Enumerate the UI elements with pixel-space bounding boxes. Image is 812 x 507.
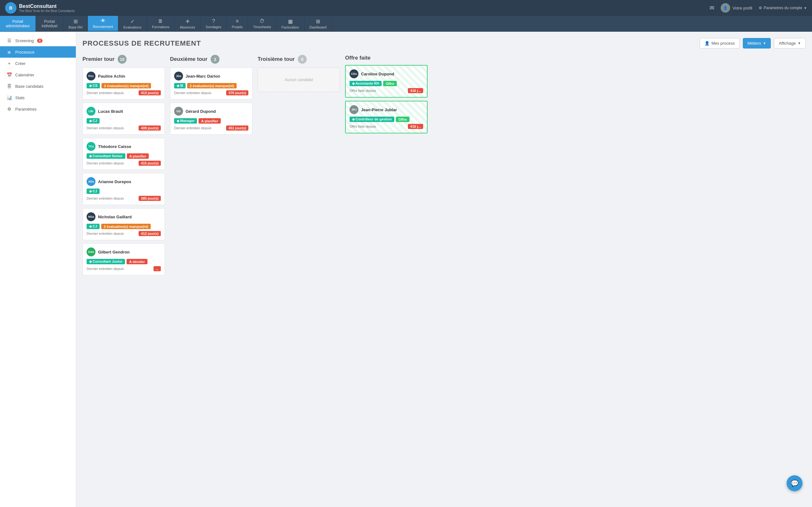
tab-portail-administrateur[interactable]: Portailadministrateur [0,16,36,32]
candidate-card-theodore-caisse[interactable]: TCaThéodore Caisse◈ Consultant SeniorA p… [83,138,165,170]
candidate-card-lucas-brault[interactable]: LBrLucas Brault◈ CJDernier entretien dep… [83,103,165,135]
tag: ◈ M [174,83,186,89]
screening-icon: ☰ [6,38,12,43]
nav-sondages[interactable]: ? Sondages [200,16,227,32]
card-header: JDaJean-Marc Darlon [174,72,248,80]
days-badge: 413 jour(s) [139,90,161,95]
avatar: LBr [87,107,96,116]
tag: Offre [383,81,397,86]
candidate-card-caroline-dupond[interactable]: CDuCaroline Dupond◈ Assistante RHOffreOf… [345,65,427,98]
profile-area[interactable]: 👤 Votre profil [721,3,752,13]
main-nav: ⊞ Base RH 👁 Recrutement ✓ Evaluations 🗎 … [63,16,812,32]
eye-icon: 👁 [101,18,106,24]
footer-text: Dernier entretien depuis [87,161,124,165]
column-header-premier-tour: Premier tour10 [83,55,165,64]
column-title: Troisième tour [258,56,295,62]
database-icon: 🗄 [6,83,12,89]
card-header: LBrLucas Brault [87,107,161,116]
column-header-offre-faite: Offre faite [345,55,427,61]
candidate-name: Pauline Achin [98,74,125,78]
count-badge: 0 [298,55,307,64]
affichage-button[interactable]: Affichage ▼ [774,38,806,49]
card-footer: Dernier entretien depuis... [87,266,161,271]
card-header: GDGérard Dupond [174,107,248,116]
card-tags: ◈ Contrôleur de gestionOffre [350,117,423,122]
sidebar-item-stats[interactable]: 📊 Stats [0,92,76,103]
avatar: CDu [350,69,358,78]
card-header: TCaThéodore Caisse [87,142,161,151]
tag: ◈ CS [87,83,100,89]
days-badge: 451 jour(s) [226,125,248,130]
candidate-name: Théodore Caisse [98,144,131,149]
card-footer: Dernier entretien depuis451 jour(s) [174,125,248,130]
nav-evaluations[interactable]: ✓ Evaluations [118,16,147,32]
sidebar-item-screening[interactable]: ☰ Screening 4 [0,35,76,46]
card-tags: ◈ CS2 évaluation(s) manque(nt) [87,83,161,89]
footer-text: Dernier entretien depuis [87,91,124,95]
nav-dashboard[interactable]: ⊞ Dashboard [305,16,332,32]
grid-icon: ⊞ [73,18,78,24]
header-actions: 👤 Mes process Métiers ▼ Affichage ▼ [700,38,806,49]
tag: A planifier [127,153,149,159]
sidebar-item-base-candidats[interactable]: 🗄 Base candidats [0,80,76,92]
candidate-card-gerard-dupond[interactable]: GDGérard Dupond◈ ManagerA planifierDerni… [170,103,252,135]
candidate-card-jean-marc-darlon[interactable]: JDaJean-Marc Darlon◈ M2 évaluation(s) ma… [170,67,252,100]
candidate-name: Gérard Dupond [186,109,216,114]
days-badge: ... [154,266,161,271]
chevron-down-icon: ▼ [763,42,766,45]
settings-label: Parametres du compte [764,6,802,10]
candidate-card-pauline-achin[interactable]: PAcPauline Achin◈ CS2 évaluation(s) manq… [83,67,165,100]
card-tags: ◈ Consultant JuniorA décider [87,259,161,264]
plane-icon: ✈ [186,18,190,24]
sidebar-item-calendrier[interactable]: 📅 Calendrier [0,69,76,80]
tag: ◈ Contrôleur de gestion [350,117,394,122]
card-footer: Dernier entretien depuis409 jour(s) [87,125,161,130]
column-premier-tour: Premier tour10PAcPauline Achin◈ CS2 éval… [83,55,165,279]
nav-base-rh[interactable]: ⊞ Base RH [63,16,88,32]
mes-process-button[interactable]: 👤 Mes process [700,38,740,49]
tag: ◈ CJ [87,188,100,194]
nav-projets[interactable]: ≡ Projets [227,16,248,32]
footer-text: Offre faite depuis [350,89,376,93]
nav-timesheets[interactable]: ⏱ Timesheets [248,16,276,32]
candidate-name: Nicholas Gaillard [98,215,132,219]
card-tags: ◈ CJ2 évaluation(s) manque(nt) [87,224,161,229]
avatar: TCa [87,142,96,151]
tag: ◈ CJ [87,224,100,229]
candidate-name: Jean-Marc Darlon [186,74,220,78]
tag: ◈ CJ [87,118,100,124]
chat-button[interactable]: 💬 [786,475,803,491]
candidate-card-jean-pierre-jublar[interactable]: JPJJean-Pierre Jublar◈ Contrôleur de ges… [345,101,427,133]
settings-area[interactable]: ⚙ Parametres du compte ▼ [759,6,807,10]
card-footer: Dernier entretien depuis415 jour(s) [87,161,161,166]
candidate-card-gilbert-gendron[interactable]: GGeGilbert Gendron◈ Consultant JuniorA d… [83,243,165,275]
candidate-card-nicholas-gaillard[interactable]: NGaNicholas Gaillard◈ CJ2 évaluation(s) … [83,208,165,240]
mail-icon[interactable]: ✉ [710,4,714,11]
card-footer: Dernier entretien depuis413 jour(s) [87,90,161,95]
person-icon: 👤 [705,41,710,46]
logo-text: BestConsultant The Best Tools for the Be… [19,3,74,13]
nav-absences[interactable]: ✈ Absences [175,16,200,32]
clock-icon: ⏱ [259,18,264,24]
tag: 2 évaluation(s) manque(nt) [101,83,151,89]
footer-text: Dernier entretien depuis [87,196,124,200]
gear-icon: ⚙ [759,6,762,10]
sidebar-item-parametres[interactable]: ⚙ Paramètres [0,103,76,115]
card-tags: ◈ Assistante RHOffre [350,81,423,86]
tag: ◈ Consultant Junior [87,259,125,264]
footer-text: Dernier entretien depuis [87,232,124,235]
candidate-card-arianne-durepos[interactable]: ADuArianne Durepos◈ CJDernier entretien … [83,173,165,205]
card-tags: ◈ ManagerA planifier [174,118,248,124]
footer-text: Dernier entretien depuis [174,91,211,95]
card-footer: Offre faite depuis416 j... [350,88,423,93]
sidebar-item-creer[interactable]: + Créer [0,58,76,69]
tab-portail-individuel[interactable]: Portailindividuel [36,16,63,32]
card-header: GGeGilbert Gendron [87,247,161,257]
column-offre-faite: Offre faiteCDuCaroline Dupond◈ Assistant… [345,55,427,136]
nav-facturation[interactable]: ▦ Facturation [276,16,305,32]
nav-formations[interactable]: 🗎 Formations [147,16,175,32]
profile-label: Votre profil [733,6,752,10]
sidebar-item-processus[interactable]: ≣ Processus [0,46,76,58]
nav-recrutement[interactable]: 👁 Recrutement [88,16,118,32]
metiers-button[interactable]: Métiers ▼ [743,38,771,49]
